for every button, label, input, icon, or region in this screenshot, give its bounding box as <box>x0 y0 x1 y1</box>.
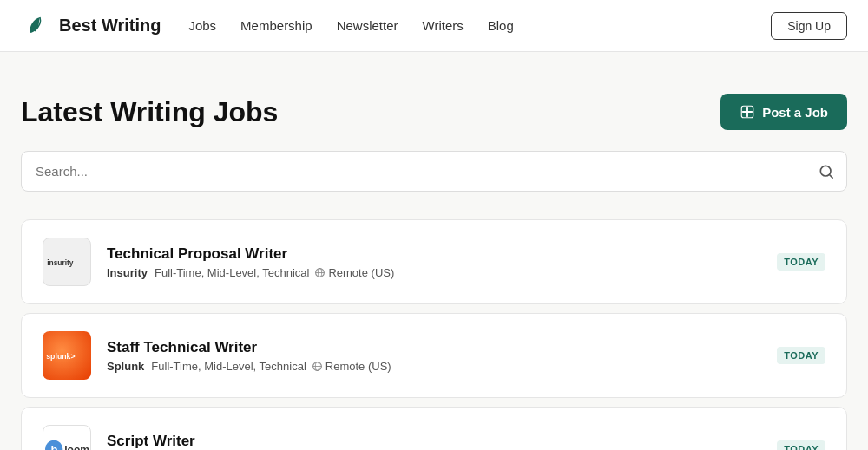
job-tags-2: Full-Time, Mid-Level, Technical <box>151 360 306 373</box>
nav-links: Jobs Membership Newsletter Writers Blog <box>188 18 771 33</box>
svg-text:loom: loom <box>64 444 89 450</box>
job-meta-2: Splunk Full-Time, Mid-Level, Technical R… <box>107 360 761 373</box>
job-meta-1: Insurity Full-Time, Mid-Level, Technical… <box>107 266 761 279</box>
nav-item-writers[interactable]: Writers <box>423 18 464 33</box>
today-badge-3: TODAY <box>777 440 825 450</box>
job-list: insurity Technical Proposal Writer Insur… <box>21 219 847 450</box>
nav-item-blog[interactable]: Blog <box>488 18 514 33</box>
today-badge-1: TODAY <box>777 253 825 271</box>
job-card-1[interactable]: insurity Technical Proposal Writer Insur… <box>21 219 847 304</box>
job-card-2[interactable]: splunk> Staff Technical Writer Splunk Fu… <box>21 313 847 398</box>
job-card-3[interactable]: b loom Script Writer Bloom Full-Time, Mi… <box>21 407 847 450</box>
search-input[interactable] <box>21 151 847 192</box>
company-logo-insurity: insurity <box>43 238 91 286</box>
nav-item-newsletter[interactable]: Newsletter <box>337 18 398 33</box>
post-job-icon <box>740 104 755 120</box>
job-title-1: Technical Proposal Writer <box>107 245 761 263</box>
company-name-2: Splunk <box>107 360 144 373</box>
svg-text:insurity: insurity <box>47 258 74 267</box>
brand-name: Best Writing <box>59 16 161 36</box>
signup-button[interactable]: Sign Up <box>771 12 847 40</box>
job-info-2: Staff Technical Writer Splunk Full-Time,… <box>107 339 761 373</box>
job-info-1: Technical Proposal Writer Insurity Full-… <box>107 245 761 279</box>
svg-text:splunk>: splunk> <box>46 352 75 361</box>
main-content: Latest Writing Jobs Post a Job insurity <box>0 52 868 450</box>
search-icon <box>818 163 835 180</box>
nav-item-jobs[interactable]: Jobs <box>188 18 216 33</box>
company-name-1: Insurity <box>107 266 148 279</box>
job-tags-1: Full-Time, Mid-Level, Technical <box>155 266 309 279</box>
job-title-2: Staff Technical Writer <box>107 339 761 356</box>
navbar: Best Writing Jobs Membership Newsletter … <box>0 0 868 52</box>
search-button[interactable] <box>818 163 835 180</box>
header-row: Latest Writing Jobs Post a Job <box>21 94 847 130</box>
remote-icon-2: Remote (US) <box>312 360 391 373</box>
remote-icon-1: Remote (US) <box>314 266 394 279</box>
company-logo-splunk: splunk> <box>43 331 91 380</box>
globe-icon-1 <box>314 267 326 278</box>
today-badge-2: TODAY <box>777 347 825 364</box>
page-title: Latest Writing Jobs <box>21 96 278 128</box>
job-info-3: Script Writer Bloom Full-Time, Mid-Level… <box>107 433 761 451</box>
search-wrapper <box>21 151 847 192</box>
post-job-button[interactable]: Post a Job <box>720 94 847 130</box>
job-title-3: Script Writer <box>107 433 761 450</box>
globe-icon-2 <box>312 361 323 372</box>
brand-logo[interactable]: Best Writing <box>21 10 161 42</box>
nav-item-membership[interactable]: Membership <box>240 18 312 33</box>
svg-text:b: b <box>50 443 57 450</box>
company-logo-bloom: b loom <box>43 425 91 450</box>
